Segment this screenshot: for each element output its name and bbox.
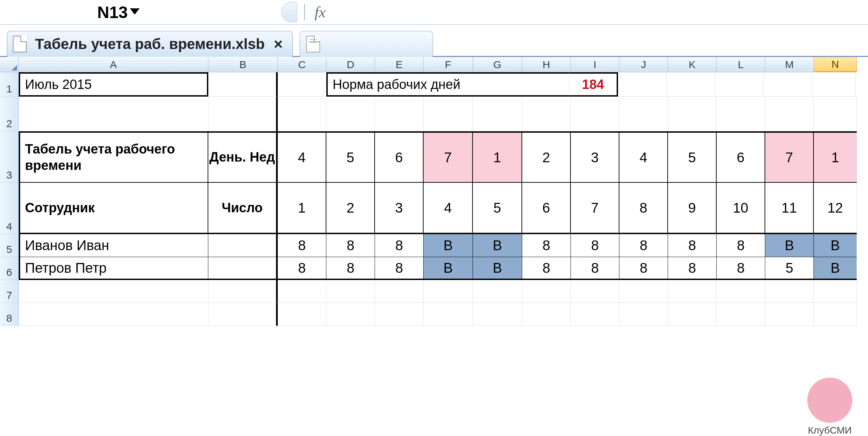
cell[interactable] (208, 280, 278, 303)
cell-dow[interactable]: 6 (717, 131, 765, 183)
cell-date[interactable]: 10 (717, 183, 765, 234)
cell[interactable] (619, 280, 668, 303)
cell-date[interactable]: 7 (571, 183, 619, 234)
cell[interactable] (326, 280, 375, 303)
cell-employee-name[interactable]: Петров Петр (19, 257, 208, 280)
formula-input[interactable] (331, 2, 865, 22)
cell[interactable] (208, 257, 278, 280)
cell-date[interactable]: 4 (424, 183, 473, 234)
cell[interactable] (424, 280, 473, 303)
cell[interactable] (812, 72, 856, 97)
cell-employee-name[interactable]: Иванов Иван (19, 234, 208, 257)
col-header-J[interactable]: J (619, 57, 668, 72)
cell-hours[interactable]: 8 (717, 257, 765, 280)
cell[interactable] (522, 97, 571, 131)
cell-date[interactable]: 2 (326, 183, 375, 234)
cell[interactable] (473, 97, 522, 131)
new-workbook-tab[interactable] (300, 31, 433, 57)
col-header-F[interactable]: F (424, 57, 473, 72)
cell-weekend[interactable]: В (424, 234, 473, 257)
cell[interactable] (814, 280, 857, 303)
row-header[interactable]: 7 (0, 280, 19, 303)
cell-dow-weekend[interactable]: 7 (765, 131, 814, 183)
cell[interactable] (278, 303, 326, 326)
cell-dow-weekend[interactable]: 1 (473, 131, 522, 183)
cell-date[interactable]: 11 (765, 183, 814, 234)
cell[interactable] (19, 303, 208, 326)
row-header[interactable]: 3 (0, 131, 19, 183)
cell[interactable] (619, 97, 668, 131)
cell[interactable] (667, 72, 715, 97)
cell-weekend[interactable]: В (814, 234, 857, 257)
fx-icon[interactable]: fx (315, 3, 326, 21)
cell[interactable] (208, 97, 278, 131)
name-box-dropdown[interactable] (128, 8, 142, 16)
cell[interactable] (619, 303, 668, 326)
cell[interactable] (375, 97, 424, 131)
col-header-H[interactable]: H (522, 57, 571, 72)
col-header-K[interactable]: K (668, 57, 717, 72)
col-header-N[interactable]: N (814, 57, 857, 72)
cell[interactable] (717, 303, 765, 326)
col-header-L[interactable]: L (717, 57, 765, 72)
cell-date[interactable]: 8 (619, 183, 668, 234)
cell[interactable] (278, 97, 326, 131)
cell-dow[interactable]: 4 (278, 131, 326, 183)
cell[interactable] (571, 303, 619, 326)
cell-month[interactable]: Июль 2015 (19, 72, 208, 97)
cell-dow[interactable]: 6 (375, 131, 424, 183)
cell[interactable] (522, 303, 571, 326)
cell-hours[interactable]: 8 (522, 257, 571, 280)
col-header-B[interactable]: B (208, 57, 278, 72)
col-header-G[interactable]: G (473, 57, 522, 72)
cell-hours[interactable]: 8 (375, 257, 424, 280)
cell[interactable] (473, 303, 522, 326)
cell[interactable] (522, 280, 571, 303)
cell-weekend[interactable]: В (424, 257, 473, 280)
row-header[interactable]: 4 (0, 183, 19, 234)
cell-hours[interactable]: 8 (571, 234, 619, 257)
cell-hours[interactable]: 8 (326, 257, 375, 280)
row-header[interactable]: 2 (0, 97, 19, 131)
cell[interactable] (19, 280, 208, 303)
cell[interactable] (814, 97, 857, 131)
cell[interactable] (424, 97, 473, 131)
row-header[interactable]: 6 (0, 257, 19, 280)
name-box[interactable]: N13 (21, 3, 128, 22)
cell-hours[interactable]: 8 (326, 234, 375, 257)
cell-weekend[interactable]: В (814, 257, 857, 280)
cell[interactable] (765, 280, 814, 303)
select-all-corner[interactable] (0, 57, 19, 72)
cell[interactable] (278, 280, 326, 303)
cell-date[interactable]: 6 (522, 183, 571, 234)
cell-date[interactable]: 3 (375, 183, 424, 234)
col-header-C[interactable]: C (278, 57, 326, 72)
cell[interactable] (764, 72, 812, 97)
cell[interactable] (278, 72, 326, 97)
col-header-E[interactable]: E (375, 57, 424, 72)
cell[interactable] (326, 97, 375, 131)
cell[interactable] (375, 280, 424, 303)
cell[interactable] (765, 97, 814, 131)
row-header[interactable]: 5 (0, 234, 19, 257)
cell-hours[interactable]: 8 (375, 234, 424, 257)
cell[interactable] (814, 303, 857, 326)
cell-dow[interactable]: 2 (522, 131, 571, 183)
cell-weekend[interactable]: В (765, 234, 814, 257)
col-header-I[interactable]: I (571, 57, 619, 72)
cell-date[interactable]: 1 (278, 183, 326, 234)
workbook-tab-active[interactable]: Табель учета раб. времени.xlsb × (7, 31, 293, 57)
cell-date[interactable]: 12 (814, 183, 857, 234)
row-header[interactable]: 8 (0, 303, 19, 326)
formula-bar-expand-handle[interactable] (281, 2, 297, 22)
cell[interactable] (618, 72, 667, 97)
cell-weekend[interactable]: В (473, 257, 522, 280)
cell-hours[interactable]: 8 (522, 234, 571, 257)
cell[interactable] (326, 303, 375, 326)
cell-hours[interactable]: 8 (717, 234, 765, 257)
col-header-A[interactable]: A (19, 57, 208, 72)
cell[interactable] (375, 303, 424, 326)
cell-dow-weekend[interactable]: 1 (814, 131, 857, 183)
cell[interactable] (424, 303, 473, 326)
cell[interactable] (668, 303, 717, 326)
